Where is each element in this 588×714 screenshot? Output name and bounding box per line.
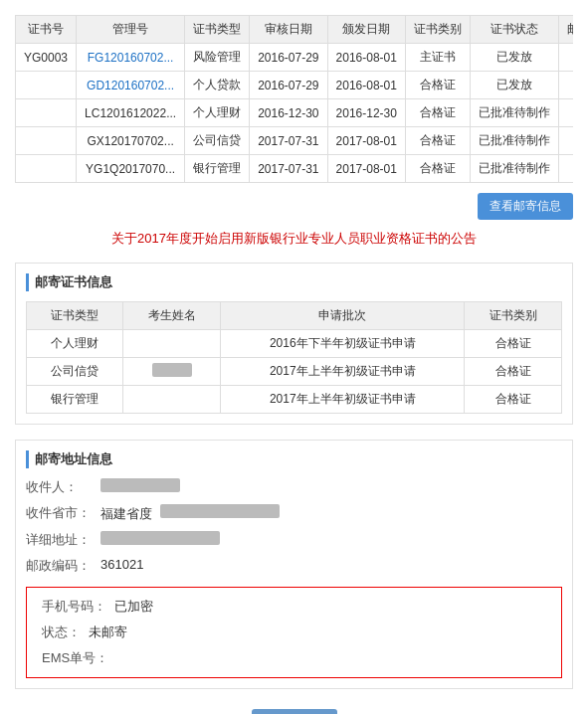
address-blurred: [100, 531, 220, 545]
table-cell: 已付寄: [558, 127, 573, 155]
table-row: GD120160702...个人贷款2016-07-292016-08-01合格…: [16, 72, 574, 99]
mail-cert-table: 证书类型 考生姓名 申请批次 证书类别 个人理财2016年下半年初级证书申请合格…: [26, 301, 562, 414]
table-row: 个人理财2016年下半年初级证书申请合格证: [27, 330, 562, 358]
mc-col-type: 证书类型: [27, 302, 123, 330]
table-cell: 已付寄: [558, 99, 573, 127]
table-row: GX120170702...公司信贷2017-07-312017-08-01合格…: [16, 127, 574, 155]
return-btn-wrap: 返回: [15, 709, 573, 714]
province-value: 福建省度: [100, 504, 562, 523]
table-cell: 合格证: [405, 72, 470, 99]
table-cell: [123, 330, 220, 358]
table-cell: [16, 99, 77, 127]
table-cell: 2016-08-01: [327, 72, 405, 99]
table-cell: 风险管理: [185, 44, 250, 72]
mc-col-name: 考生姓名: [123, 302, 220, 330]
table-row: YG1Q2017070...银行管理2017-07-312017-08-01合格…: [16, 155, 574, 183]
table-row: LC1201612022...个人理财2016-12-302016-12-30合…: [16, 99, 574, 127]
province-label: 收件省市：: [26, 504, 91, 523]
table-cell: 公司信贷: [27, 358, 123, 386]
table-cell: 主证书: [405, 44, 470, 72]
phone-row: 手机号码： 已加密: [42, 598, 546, 616]
table-cell: 银行管理: [27, 386, 123, 414]
table-cell: 公司信贷: [185, 127, 250, 155]
announcement-section: 关于2017年度开始启用新版银行业专业人员职业资格证书的公告: [15, 230, 573, 248]
address-title: 邮寄地址信息: [26, 450, 562, 468]
table-cell: 2017-07-31: [250, 127, 327, 155]
table-cell: 2017年上半年初级证书申请: [220, 358, 465, 386]
address-label: 详细地址：: [26, 531, 91, 549]
address-value: [100, 531, 562, 549]
table-cell: 已批准待制作: [470, 127, 558, 155]
table-row: YG0003FG120160702...风险管理2016-07-292016-0…: [16, 44, 574, 72]
table-cell: [16, 72, 77, 99]
col-cert-no: 证书号: [16, 16, 77, 44]
table-cell: 2016-12-30: [327, 99, 405, 127]
table-cell: 2017年上半年初级证书申请: [220, 386, 465, 414]
mc-col-batch: 申请批次: [220, 302, 465, 330]
table-cell: [123, 358, 220, 386]
table-row: 银行管理2017年上半年初级证书申请合格证: [27, 386, 562, 414]
col-cert-status: 证书状态: [470, 16, 558, 44]
table-cell: [123, 386, 220, 414]
table-cell: 已付寄: [558, 155, 573, 183]
table-cell: YG0003: [16, 44, 77, 72]
mail-cert-title: 邮寄证书信息: [26, 273, 562, 291]
table-cell: GX120170702...: [77, 127, 185, 155]
table-cell: 个人贷款: [185, 72, 250, 99]
table-cell: 个人理财: [185, 99, 250, 127]
table-cell: 已批准待制作: [470, 155, 558, 183]
table-cell: 已发放: [470, 72, 558, 99]
postcode-label: 邮政编码：: [26, 557, 91, 575]
recipient-label: 收件人：: [26, 478, 91, 496]
phone-label: 手机号码：: [42, 598, 106, 616]
announcement-link[interactable]: 关于2017年度开始启用新版银行业专业人员职业资格证书的公告: [111, 231, 477, 246]
return-button[interactable]: 返回: [252, 709, 337, 714]
col-review-date: 审核日期: [250, 16, 327, 44]
address-grid: 收件人： 收件省市： 福建省度 详细地址： 邮政编码： 361021: [26, 478, 562, 575]
status-label: 状态：: [42, 624, 81, 641]
name-blurred: [152, 363, 192, 377]
mgmt-no-link[interactable]: FG120160702...: [88, 51, 174, 65]
table-cell: 2017-07-31: [250, 155, 327, 183]
table-cell: LC1201612022...: [77, 99, 185, 127]
table-cell: 合格证: [465, 330, 562, 358]
province-blurred: [160, 504, 280, 518]
mgmt-no-link[interactable]: GD120160702...: [87, 79, 174, 92]
table-cell: 银行管理: [185, 155, 250, 183]
col-mail-status: 邮寄状态: [558, 16, 573, 44]
table-cell: 已发放: [470, 44, 558, 72]
cert-table-section: 证书号 管理号 证书类型 审核日期 颁发日期 证书类别 证书状态 邮寄状态 YG…: [15, 15, 573, 183]
table-cell: 合格证: [465, 386, 562, 414]
recipient-blurred: [100, 478, 180, 492]
view-mail-button[interactable]: 查看邮寄信息: [478, 193, 573, 220]
table-cell[interactable]: FG120160702...: [77, 44, 185, 72]
status-row: 状态： 未邮寄: [42, 624, 546, 641]
table-cell: [16, 155, 77, 183]
highlight-box: 手机号码： 已加密 状态： 未邮寄 EMS单号：: [26, 587, 562, 678]
cert-table: 证书号 管理号 证书类型 审核日期 颁发日期 证书类别 证书状态 邮寄状态 YG…: [15, 15, 573, 183]
ems-row: EMS单号：: [42, 649, 546, 667]
table-cell: 个人理财: [27, 330, 123, 358]
table-cell: 2016-07-29: [250, 72, 327, 99]
table-cell: 合格证: [405, 127, 470, 155]
table-cell: 2017-08-01: [327, 155, 405, 183]
table-cell: 2016-12-30: [250, 99, 327, 127]
col-mgmt-no: 管理号: [77, 16, 185, 44]
phone-value: 已加密: [114, 598, 153, 616]
col-issue-date: 颁发日期: [327, 16, 405, 44]
mail-cert-section: 邮寄证书信息 证书类型 考生姓名 申请批次 证书类别 个人理财2016年下半年初…: [15, 263, 573, 425]
mc-col-category: 证书类别: [465, 302, 562, 330]
table-cell[interactable]: GD120160702...: [77, 72, 185, 99]
table-cell: [16, 127, 77, 155]
status-value: 未邮寄: [89, 624, 127, 641]
table-cell: 2016-08-01: [327, 44, 405, 72]
address-section: 邮寄地址信息 收件人： 收件省市： 福建省度 详细地址： 邮政编码： 36102…: [15, 440, 573, 689]
table-cell: YG1Q2017070...: [77, 155, 185, 183]
table-row: 公司信贷2017年上半年初级证书申请合格证: [27, 358, 562, 386]
table-cell: 合格证: [405, 155, 470, 183]
table-cell: 2016-07-29: [250, 44, 327, 72]
recipient-value: [100, 478, 562, 496]
table-cell: 合格证: [465, 358, 562, 386]
table-cell: 已邮寄: [558, 44, 573, 72]
table-cell: 2016年下半年初级证书申请: [220, 330, 465, 358]
